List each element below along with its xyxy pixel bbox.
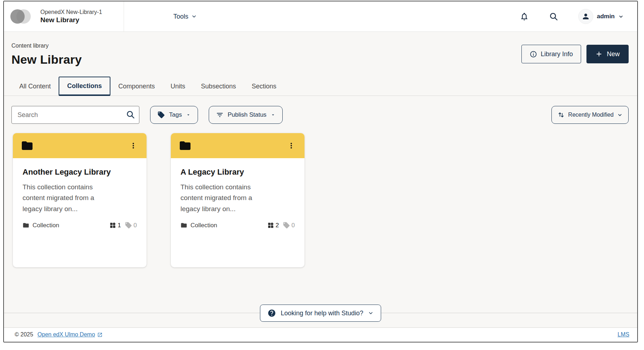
collection-card-header — [171, 133, 304, 158]
caret-down-icon — [186, 112, 191, 117]
tools-menu-button[interactable]: Tools — [173, 13, 197, 20]
tab-components[interactable]: Components — [110, 77, 163, 96]
plus-icon — [595, 50, 603, 58]
caret-down-icon — [271, 112, 276, 117]
tag-count: 0 — [134, 222, 137, 229]
tag-count: 0 — [292, 222, 295, 229]
folder-icon — [23, 222, 29, 229]
search-input[interactable] — [11, 106, 139, 124]
app-header: OpenedX New-Library-1 New Library Tools — [4, 1, 637, 32]
library-info-label: Library Info — [541, 50, 573, 58]
collection-card[interactable]: Another Legacy Library This collection c… — [13, 133, 147, 267]
help-button-label: Looking for help with Studio? — [281, 310, 363, 317]
org-logo-icon — [10, 9, 33, 24]
chevron-down-icon — [191, 14, 197, 19]
new-button[interactable]: New — [586, 45, 629, 63]
collection-card[interactable]: A Legacy Library This collection contain… — [171, 133, 304, 267]
tags-filter-label: Tags — [169, 111, 182, 118]
header-library-title: New Library — [40, 16, 102, 24]
search-icon — [126, 110, 135, 119]
tags-filter-button[interactable]: Tags — [150, 106, 198, 124]
tab-all-content[interactable]: All Content — [11, 77, 59, 96]
header-library-identity: OpenedX New-Library-1 New Library — [40, 9, 102, 24]
tag-icon — [283, 222, 290, 229]
card-menu-button[interactable] — [128, 140, 139, 152]
tab-subsections[interactable]: Subsections — [193, 77, 244, 96]
tag-icon — [157, 111, 165, 119]
collection-type-label: Collection — [190, 222, 217, 229]
page-title: New Library — [11, 53, 82, 67]
header-org-course: OpenedX New-Library-1 — [40, 9, 102, 16]
avatar — [578, 9, 593, 24]
lms-link[interactable]: LMS — [618, 331, 629, 338]
tab-collections[interactable]: Collections — [59, 77, 110, 96]
publish-status-filter-button[interactable]: Publish Status — [209, 106, 283, 124]
folder-icon — [179, 139, 192, 152]
widgets-icon — [109, 222, 116, 229]
component-count: 2 — [276, 222, 279, 229]
widgets-icon — [267, 222, 274, 229]
studio-window: OpenedX New-Library-1 New Library Tools — [3, 1, 638, 342]
chevron-down-icon — [618, 14, 624, 19]
help-icon — [267, 309, 276, 317]
chevron-down-icon — [368, 310, 374, 316]
tab-sections[interactable]: Sections — [244, 77, 284, 96]
logo-block[interactable]: OpenedX New-Library-1 New Library — [4, 1, 124, 31]
org-demo-link[interactable]: Open edX Ulmo Demo — [38, 331, 103, 338]
footer-bar: © 2025 Open edX Ulmo Demo LMS — [4, 327, 637, 342]
collection-card-header — [13, 133, 147, 158]
org-demo-link-label: Open edX Ulmo Demo — [38, 331, 95, 338]
sort-arrows-icon — [558, 111, 565, 118]
tab-units[interactable]: Units — [163, 77, 193, 96]
notifications-button[interactable] — [520, 12, 529, 21]
global-search-button[interactable] — [549, 12, 558, 21]
collection-card-title: A Legacy Library — [180, 167, 295, 177]
folder-icon — [21, 139, 34, 152]
info-icon — [530, 50, 537, 58]
component-count: 1 — [118, 222, 121, 229]
chevron-down-icon — [617, 112, 623, 118]
collection-card-title: Another Legacy Library — [23, 167, 137, 177]
publish-status-filter-label: Publish Status — [228, 111, 267, 118]
bell-icon — [520, 12, 529, 21]
help-button[interactable]: Looking for help with Studio? — [260, 305, 381, 322]
search-icon — [549, 12, 558, 21]
collection-type-label: Collection — [33, 222, 59, 229]
collection-card-description: This collection contains content migrate… — [23, 182, 109, 214]
user-menu-button[interactable]: admin — [578, 9, 624, 24]
tag-icon — [125, 222, 132, 229]
folder-icon — [180, 222, 187, 229]
card-menu-button[interactable] — [286, 140, 297, 152]
library-info-button[interactable]: Library Info — [521, 45, 581, 63]
page-head-left: Content library New Library — [11, 43, 82, 67]
copyright-text: © 2025 — [15, 331, 33, 338]
filter-icon — [216, 111, 224, 119]
search-box — [11, 106, 139, 124]
breadcrumb: Content library — [11, 43, 82, 49]
external-link-icon — [97, 332, 103, 337]
sort-label: Recently Modified — [568, 112, 614, 118]
user-name: admin — [597, 13, 615, 20]
library-tabs: All Content Collections Components Units… — [4, 77, 637, 96]
sort-button[interactable]: Recently Modified — [551, 106, 629, 124]
new-button-label: New — [607, 50, 620, 58]
tools-menu-label: Tools — [173, 13, 188, 20]
collection-card-description: This collection contains content migrate… — [180, 182, 267, 214]
